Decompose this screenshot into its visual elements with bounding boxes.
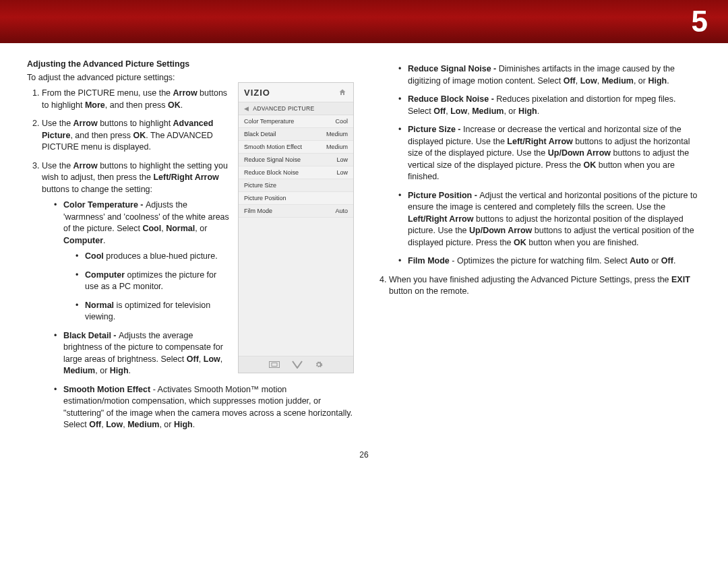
osd-label: Color Temperature (244, 118, 294, 125)
osd-value: Low (336, 169, 348, 176)
chapter-bar: 5 (0, 0, 728, 43)
step-4: When you have finished adjusting the Adv… (389, 274, 701, 298)
osd-logo: VIZIO (244, 88, 270, 98)
bullet-film-mode: Film Mode - Optimizes the picture for wa… (398, 255, 701, 268)
osd-label: Picture Size (244, 182, 276, 189)
osd-value: Cool (335, 118, 348, 125)
home-icon (337, 87, 348, 98)
osd-row: Color TemperatureCool (239, 115, 353, 128)
sub-bullet-normal: Normal is optimized for television viewi… (75, 300, 354, 323)
osd-row: Black DetailMedium (239, 128, 353, 141)
right-settings-bullets: Reduce Signal Noise - Diminishes artifac… (398, 63, 701, 268)
osd-row: Smooth Motion EffectMedium (239, 141, 353, 154)
intro-text: To adjust the advanced picture settings: (27, 73, 354, 82)
sub-bullet-cool: Cool produces a blue-hued picture. (75, 251, 354, 263)
osd-label: Reduce Signal Noise (244, 156, 301, 163)
osd-row: Reduce Block NoiseLow (239, 166, 353, 179)
right-steps-list: When you have finished adjusting the Adv… (374, 274, 701, 298)
section-title: Adjusting the Advanced Picture Settings (27, 59, 354, 69)
osd-submenu-title: ADVANCED PICTURE (253, 105, 314, 112)
osd-label: Reduce Block Noise (244, 169, 299, 176)
bullet-smooth-motion: Smooth Motion Effect - Activates Smooth … (54, 384, 354, 431)
back-icon: ◀ (244, 105, 249, 112)
step-3: Use the Arrow buttons to highlight the s… (42, 160, 354, 431)
chapter-number: 5 (692, 5, 708, 38)
page-number: 26 (0, 445, 728, 472)
bullet-reduce-block-noise: Reduce Block Noise - Reduces pixelation … (398, 94, 701, 117)
bullet-reduce-signal-noise: Reduce Signal Noise - Diminishes artifac… (398, 63, 701, 87)
osd-row: Reduce Signal NoiseLow (239, 154, 353, 166)
osd-value: Medium (326, 131, 348, 137)
osd-value: Low (336, 156, 348, 163)
bullet-picture-size: Picture Size - Increase or decrease the … (398, 124, 701, 183)
osd-label: Smooth Motion Effect (244, 144, 302, 150)
color-temp-sub-bullets: Cool produces a blue-hued picture. Compu… (75, 251, 354, 323)
page-body: Adjusting the Advanced Picture Settings … (0, 43, 728, 445)
osd-submenu-title-row: ◀ ADVANCED PICTURE (239, 102, 353, 115)
bullet-color-temperature: Color Temperature - Adjusts the 'warmnes… (54, 199, 354, 323)
osd-label: Black Detail (244, 131, 276, 137)
left-column: Adjusting the Advanced Picture Settings … (27, 59, 354, 438)
right-column: Reduce Signal Noise - Diminishes artifac… (374, 59, 701, 438)
sub-bullet-computer: Computer optimizes the picture for use a… (75, 270, 354, 293)
osd-header: VIZIO (239, 83, 353, 102)
settings-bullets: Color Temperature - Adjusts the 'warmnes… (54, 199, 354, 431)
bullet-picture-position: Picture Position - Adjust the vertical a… (398, 190, 701, 249)
osd-row: Picture Size (239, 179, 353, 192)
osd-value: Medium (326, 144, 348, 150)
bullet-black-detail: Black Detail - Adjusts the average brigh… (54, 330, 354, 377)
